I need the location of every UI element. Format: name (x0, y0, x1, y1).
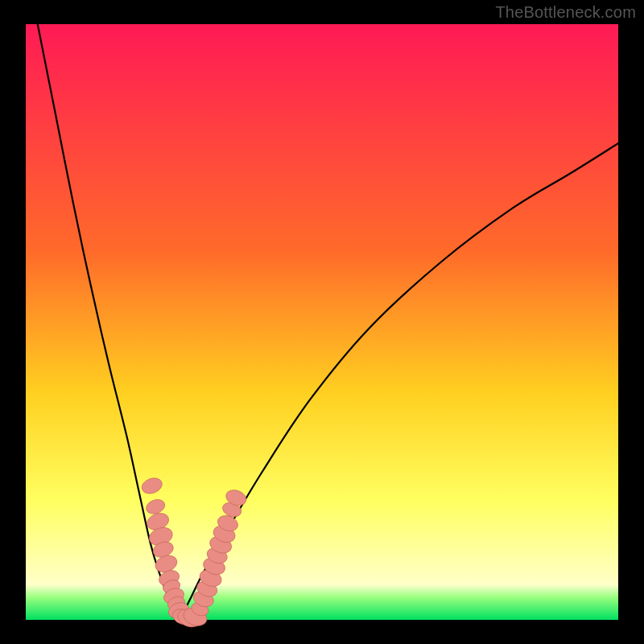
marker-point (140, 476, 164, 497)
curve-right-branch (180, 143, 618, 620)
curve-layer (26, 24, 618, 620)
watermark-text: TheBottleneck.com (495, 3, 636, 22)
bottleneck-curve (38, 24, 618, 620)
data-markers (140, 476, 249, 630)
plot-frame (26, 24, 618, 620)
